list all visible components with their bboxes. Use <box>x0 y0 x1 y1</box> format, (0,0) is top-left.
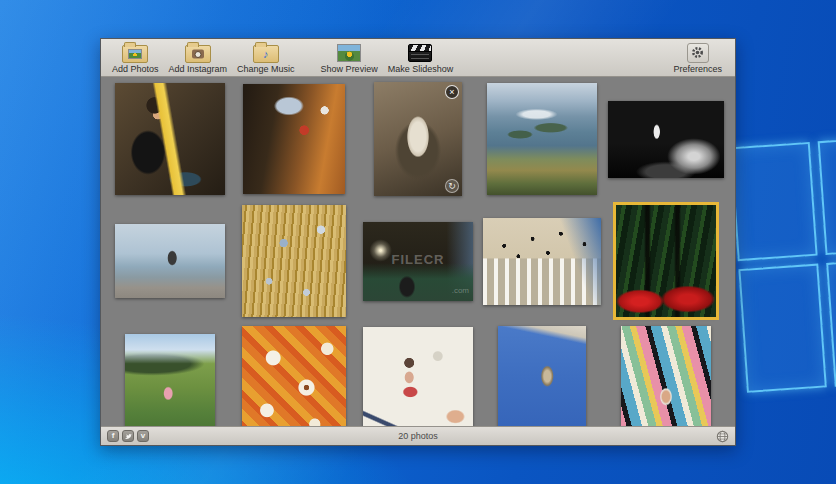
twitter-icon[interactable] <box>122 430 134 442</box>
gallery-cell <box>480 322 604 426</box>
gallery-cell <box>232 200 356 322</box>
photo-thumbnail-diver[interactable] <box>498 326 586 426</box>
photo-thumbnail-corn[interactable] <box>242 205 346 317</box>
globe-icon[interactable] <box>716 430 729 443</box>
photo-thumbnail-birds[interactable] <box>483 218 601 305</box>
gallery-cell <box>232 78 356 200</box>
make-slideshow-label: Make Slideshow <box>388 64 454 74</box>
clapperboard-icon <box>408 42 432 63</box>
photo-count: 20 photos <box>101 431 735 441</box>
photo-thumbnail-mural[interactable] <box>621 326 711 426</box>
change-music-button[interactable]: ♪ Change Music <box>232 41 300 75</box>
photo-thumbnail-meadow[interactable] <box>125 334 215 427</box>
photo-thumbnail-azalea[interactable] <box>616 205 716 317</box>
watermark-subtext: .com <box>452 286 469 295</box>
windows-logo <box>730 135 836 415</box>
rotate-photo-button[interactable]: ↻ <box>445 179 459 193</box>
gallery-cell <box>108 78 232 200</box>
photo-thumbnail-dog[interactable]: ×↻ <box>374 82 462 196</box>
gallery-cell <box>108 200 232 322</box>
preferences-label: Preferences <box>673 64 722 74</box>
preferences-button[interactable]: Preferences <box>668 41 727 75</box>
folder-camera-icon <box>185 42 211 63</box>
gallery-cell <box>604 322 728 426</box>
make-slideshow-button[interactable]: Make Slideshow <box>383 41 459 75</box>
toolbar: Add Photos Add Instagram ♪ Change Music … <box>101 39 735 77</box>
show-preview-button[interactable]: Show Preview <box>316 41 383 75</box>
folder-music-icon: ♪ <box>253 42 279 63</box>
photo-thumbnail-food[interactable] <box>242 326 346 426</box>
social-links: f v <box>107 430 149 442</box>
gallery-cell <box>356 322 480 426</box>
photo-thumbnail-theater[interactable]: FILECR.com <box>363 222 473 301</box>
vimeo-icon[interactable]: v <box>137 430 149 442</box>
windows-logo-pane <box>738 264 826 393</box>
photo-thumbnail-bwjump[interactable] <box>608 101 724 178</box>
photo-gallery-grid: ×↻FILECR.com <box>101 77 735 426</box>
gallery-cell <box>604 200 728 322</box>
slideshow-app-window: Add Photos Add Instagram ♪ Change Music … <box>100 38 736 446</box>
windows-logo-pane <box>818 136 836 255</box>
gallery-cell: ×↻ <box>356 78 480 200</box>
show-preview-label: Show Preview <box>321 64 378 74</box>
watermark-text: FILECR <box>363 252 473 267</box>
desktop-wallpaper: Add Photos Add Instagram ♪ Change Music … <box>0 0 836 484</box>
add-photos-button[interactable]: Add Photos <box>107 41 164 75</box>
preview-photo-icon <box>337 42 361 63</box>
gallery-cell <box>232 322 356 426</box>
gallery-cell: FILECR.com <box>356 200 480 322</box>
gallery-cell <box>480 78 604 200</box>
photo-thumbnail-lake[interactable] <box>487 83 597 195</box>
add-instagram-button[interactable]: Add Instagram <box>164 41 233 75</box>
gallery-cell <box>480 200 604 322</box>
remove-photo-button[interactable]: × <box>445 85 459 99</box>
add-photos-label: Add Photos <box>112 64 159 74</box>
gallery-cell <box>108 322 232 426</box>
statusbar: 20 photos f v <box>101 426 735 445</box>
photo-thumbnail-beach[interactable] <box>115 224 225 298</box>
windows-logo-pane <box>730 142 818 261</box>
photo-thumbnail-noodles[interactable] <box>115 83 225 195</box>
add-instagram-label: Add Instagram <box>169 64 228 74</box>
windows-logo-pane <box>826 257 836 386</box>
facebook-icon[interactable]: f <box>107 430 119 442</box>
folder-photo-icon <box>122 42 148 63</box>
change-music-label: Change Music <box>237 64 295 74</box>
gallery-cell <box>604 78 728 200</box>
photo-thumbnail-artwork[interactable] <box>363 327 473 426</box>
gear-icon <box>687 42 709 63</box>
photo-thumbnail-autumn[interactable] <box>243 84 345 194</box>
